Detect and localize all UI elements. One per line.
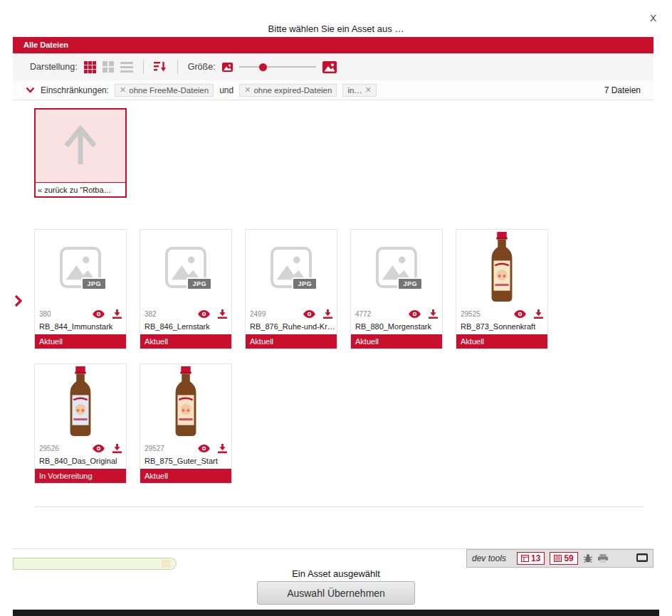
asset-tile[interactable]: 29526 RB_840_Das_Original In Vorbereitun…: [34, 363, 127, 484]
asset-name: RB_846_Lernstark: [140, 321, 231, 334]
file-count: 7 Dateien: [604, 85, 641, 95]
asset-tile[interactable]: JPG 380 RB_844_Immunstark Aktuell: [34, 229, 127, 349]
download-icon[interactable]: [218, 444, 227, 453]
preview-eye-icon[interactable]: [198, 310, 210, 318]
jpg-badge: JPG: [187, 277, 212, 290]
image-large-icon: [322, 61, 337, 73]
asset-name: RB_875_Guter_Start: [140, 455, 231, 469]
asset-name: RB_880_Morgenstark: [351, 321, 442, 334]
filter-chip-label: ohne expired-Dateien: [253, 86, 332, 95]
filter-chip-label: in…: [347, 86, 362, 95]
asset-thumbnail[interactable]: [456, 230, 547, 305]
download-icon[interactable]: [534, 309, 543, 319]
asset-browser: « zurück zu "Rotba… JPG 380 RB_844_Immun…: [13, 100, 653, 549]
chevron-down-icon[interactable]: [26, 87, 35, 93]
back-tile-arrow-area[interactable]: [36, 110, 125, 182]
asset-tile[interactable]: 29525 RB_873_Sonnenkraft Aktuell: [456, 229, 548, 349]
asset-tile[interactable]: JPG 2499 RB_876_Ruhe-und-Kr… Aktuell: [245, 229, 337, 349]
list-icon: [554, 555, 562, 562]
asset-id: 2499: [250, 310, 266, 318]
slider-track[interactable]: [239, 66, 316, 68]
back-tile-caption: « zurück zu "Rotba…: [36, 182, 125, 196]
toolbar: Darstellung: Größe:: [13, 53, 653, 80]
monitor-icon[interactable]: [636, 553, 648, 563]
printer-icon[interactable]: [598, 554, 608, 563]
asset-grid: JPG 380 RB_844_Immunstark Aktuell JPG 38…: [34, 229, 551, 484]
preview-eye-icon[interactable]: [93, 445, 105, 452]
bug-icon[interactable]: [583, 553, 593, 563]
bottle-thumbnail-image: [169, 366, 202, 437]
asset-id: 4772: [355, 310, 371, 318]
filter-chip-expired[interactable]: ✕ ohne expired-Dateien: [239, 84, 337, 97]
bottom-bar: [13, 610, 659, 616]
preview-eye-icon[interactable]: [93, 310, 105, 318]
image-small-icon: [222, 63, 233, 72]
filter-chip-freeme[interactable]: ✕ ohne FreeMe-Dateien: [115, 84, 214, 97]
sort-descending-icon[interactable]: [154, 61, 167, 73]
back-tile[interactable]: « zurück zu "Rotba…: [34, 108, 127, 198]
devtools-label: dev tools: [472, 553, 506, 563]
preview-eye-icon[interactable]: [409, 310, 421, 318]
devtools-panel-badge-1[interactable]: 13: [517, 552, 545, 565]
download-icon[interactable]: [218, 309, 227, 319]
devtools-panel-badge-2[interactable]: 59: [550, 552, 577, 565]
toolbar-separator: [177, 60, 178, 74]
asset-name: RB_876_Ruhe-und-Kr…: [246, 321, 337, 334]
asset-thumbnail[interactable]: JPG: [246, 230, 337, 305]
asset-name: RB_873_Sonnenkraft: [456, 321, 547, 334]
asset-meta-row: 29526: [35, 440, 126, 455]
filter-bar: Einschränkungen: ✕ ohne FreeMe-Dateien u…: [13, 80, 653, 100]
asset-id: 29527: [145, 445, 164, 452]
asset-thumbnail[interactable]: JPG: [140, 230, 231, 305]
asset-tile[interactable]: JPG 4772 RB_880_Morgenstark Aktuell: [350, 229, 443, 349]
asset-meta-row: 29527: [140, 440, 231, 455]
slider-thumb[interactable]: [259, 63, 267, 71]
remove-filter-icon[interactable]: ✕: [365, 86, 372, 94]
asset-id: 29525: [461, 310, 481, 318]
list-view-icon[interactable]: [120, 62, 133, 73]
section-header-bar: Alle Dateien: [13, 37, 653, 53]
download-icon[interactable]: [112, 444, 122, 453]
asset-status-badge: Aktuell: [351, 334, 442, 349]
asset-thumbnail[interactable]: JPG: [351, 230, 442, 305]
asset-meta-row: 380: [35, 305, 126, 321]
download-icon[interactable]: [429, 309, 438, 319]
view-mode-label: Darstellung:: [30, 62, 78, 72]
asset-meta-row: 29525: [456, 305, 547, 321]
filter-chip-in[interactable]: in… ✕: [342, 84, 377, 97]
asset-status-badge: Aktuell: [35, 334, 126, 349]
asset-tile[interactable]: JPG 382 RB_846_Lernstark Aktuell: [140, 229, 232, 349]
asset-meta-row: 2499: [246, 305, 337, 321]
asset-id: 380: [39, 310, 51, 318]
remove-filter-icon[interactable]: ✕: [120, 86, 126, 94]
preview-eye-icon[interactable]: [198, 445, 210, 452]
asset-status-badge: Aktuell: [140, 334, 231, 349]
selection-status-text: Ein Asset ausgewählt: [0, 568, 672, 579]
jpg-placeholder-icon: JPG: [60, 247, 101, 288]
filter-conjunction: und: [219, 85, 233, 95]
grid-view-icon[interactable]: [84, 61, 96, 73]
asset-id: 382: [145, 310, 157, 318]
filter-chip-label: ohne FreeMe-Dateien: [129, 86, 209, 95]
close-button[interactable]: X: [650, 13, 656, 23]
asset-status-badge: Aktuell: [246, 334, 337, 349]
asset-thumbnail[interactable]: JPG: [35, 230, 126, 305]
preview-eye-icon[interactable]: [514, 310, 526, 318]
content-divider: [34, 506, 644, 507]
preview-eye-icon[interactable]: [303, 310, 315, 318]
devtools-bar: dev tools 13 59: [466, 549, 653, 568]
jpg-placeholder-icon: JPG: [165, 247, 206, 288]
download-icon[interactable]: [112, 309, 122, 319]
size-slider[interactable]: [239, 63, 316, 72]
devtools-count: 59: [564, 553, 573, 563]
asset-thumbnail[interactable]: [35, 364, 126, 440]
asset-thumbnail[interactable]: [140, 364, 231, 440]
panel-expand-chevron-icon[interactable]: [14, 294, 22, 309]
bottle-thumbnail-image: [485, 232, 518, 303]
remove-filter-icon[interactable]: ✕: [244, 86, 251, 94]
download-icon[interactable]: [323, 309, 332, 319]
asset-tile[interactable]: 29527 RB_875_Guter_Start Aktuell: [140, 363, 232, 484]
confirm-selection-button[interactable]: Auswahl Übernehmen: [257, 581, 415, 605]
jpg-placeholder-icon: JPG: [271, 247, 312, 288]
medium-grid-view-icon[interactable]: [103, 61, 114, 73]
